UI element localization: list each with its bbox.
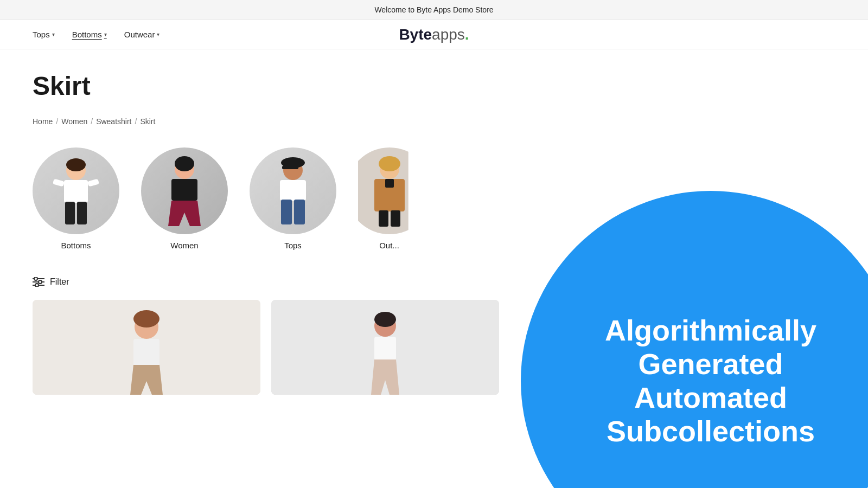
breadcrumb-sep-2: / <box>91 117 93 126</box>
person-icon-tops <box>250 147 336 234</box>
product-card-1[interactable] <box>33 300 260 395</box>
chevron-down-icon: ▾ <box>104 31 107 37</box>
collection-label-bottoms: Bottoms <box>61 241 91 250</box>
collection-circle-outwear <box>358 147 420 234</box>
svg-point-24 <box>34 277 37 280</box>
breadcrumb-current: Skirt <box>140 117 155 126</box>
logo-byte: Byte <box>399 26 432 43</box>
breadcrumb-home[interactable]: Home <box>33 117 53 126</box>
person-icon-outwear <box>358 147 420 234</box>
filter-icon <box>33 277 44 287</box>
logo-dot: . <box>465 26 469 43</box>
collection-label-tops: Tops <box>284 241 302 250</box>
collection-circle-bottoms <box>33 147 119 234</box>
svg-rect-3 <box>65 202 75 224</box>
nav-tops[interactable]: Tops ▾ <box>33 30 55 39</box>
collection-women[interactable]: Women <box>141 147 228 250</box>
header: Tops ▾ Bottoms ▾ Outwear ▾ Byteapps. <box>0 20 868 49</box>
svg-rect-2 <box>64 180 88 203</box>
page-title: Skirt <box>33 71 835 101</box>
product-card-2[interactable] <box>271 300 499 395</box>
svg-rect-15 <box>281 200 292 224</box>
svg-rect-6 <box>87 179 99 187</box>
collection-tops[interactable]: Tops <box>250 147 336 250</box>
chevron-down-icon: ▾ <box>52 31 55 37</box>
breadcrumb-sweatshirt[interactable]: Sweatshirt <box>96 117 131 126</box>
person-icon-bottoms <box>33 147 119 234</box>
svg-rect-16 <box>294 200 305 224</box>
svg-rect-32 <box>133 339 159 366</box>
svg-point-31 <box>133 310 159 328</box>
breadcrumb-women[interactable]: Women <box>61 117 87 126</box>
collection-outwear[interactable]: Out... <box>358 147 420 250</box>
breadcrumb: Home / Women / Sweatshirt / Skirt <box>33 117 835 126</box>
svg-rect-13 <box>282 166 298 169</box>
svg-rect-20 <box>385 179 394 188</box>
svg-rect-22 <box>391 210 400 227</box>
collection-bottoms[interactable]: Bottoms <box>33 147 119 250</box>
svg-rect-10 <box>181 179 188 184</box>
collection-circle-tops <box>250 147 336 234</box>
svg-point-28 <box>35 284 39 287</box>
svg-point-18 <box>379 156 400 171</box>
chevron-down-icon: ▾ <box>157 31 159 37</box>
product-image-2 <box>271 300 499 395</box>
product-image-1 <box>33 300 260 395</box>
breadcrumb-sep-3: / <box>135 117 137 126</box>
svg-rect-36 <box>374 337 396 361</box>
promo-text: Algorithmically Generated Automated Subc… <box>575 292 846 470</box>
svg-rect-5 <box>53 179 65 187</box>
svg-rect-21 <box>379 210 388 227</box>
site-logo[interactable]: Byteapps. <box>399 26 469 43</box>
collection-label-women: Women <box>170 241 198 250</box>
svg-point-35 <box>374 312 396 327</box>
svg-point-26 <box>39 280 42 284</box>
svg-rect-14 <box>280 180 306 201</box>
collection-circle-women <box>141 147 228 234</box>
svg-point-1 <box>66 158 86 171</box>
announcement-bar: Welcome to Byte Apps Demo Store <box>0 0 868 20</box>
main-content: Skirt Home / Women / Sweatshirt / Skirt <box>0 49 868 395</box>
breadcrumb-sep-1: / <box>56 117 58 126</box>
announcement-text: Welcome to Byte Apps Demo Store <box>374 5 493 14</box>
svg-point-8 <box>175 156 194 171</box>
nav-outwear[interactable]: Outwear ▾ <box>124 30 160 39</box>
person-icon-women <box>141 147 228 234</box>
collection-label-outwear: Out... <box>379 241 399 250</box>
nav-bottoms[interactable]: Bottoms ▾ <box>72 30 107 39</box>
svg-rect-4 <box>77 202 87 224</box>
main-nav: Tops ▾ Bottoms ▾ Outwear ▾ <box>33 30 159 39</box>
filter-label: Filter <box>50 277 69 287</box>
logo-apps: apps <box>432 26 465 43</box>
